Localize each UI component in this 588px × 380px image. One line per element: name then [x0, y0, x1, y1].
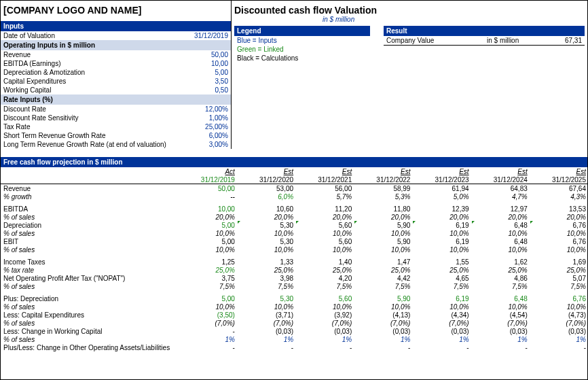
projection-table: Act Est Est Est Est Est Est 31/12/2019 3… [1, 167, 588, 351]
ebitda-value: 10,00 [179, 60, 228, 67]
ebitda-row: EBITDA 10,00 10,6011,2011,8012,3912,9713… [1, 205, 588, 213]
wc-value: 0,50 [179, 86, 228, 94]
lt-growth-label: Long Term Revenue Growth Rate (at end of… [3, 141, 179, 148]
dep-pct-row: % of sales 10,0%10,0%10,0%10,0%10,0%10,0… [1, 229, 588, 237]
discount-rate-label: Discount Rate [3, 105, 179, 113]
col-type-row: Act Est Est Est Est Est Est [1, 167, 588, 175]
discount-rate-value: 12,00% [179, 105, 228, 113]
less-capex-row: Less: Capital Expenditures (3,50) (3,71)… [1, 311, 588, 319]
less-capex-pct-row: % of sales (7,0%)(7,0%)(7,0%)(7,0%)(7,0%… [1, 319, 588, 327]
col-act: Act [179, 167, 238, 175]
top-right-pane: Discounted cash flow Valuation in $ mill… [232, 1, 587, 149]
legend-black: Black = Calculations [234, 54, 370, 63]
col-est: Est [296, 167, 354, 175]
st-growth-value: 6,00% [179, 132, 228, 139]
revenue-value: 50,00 [179, 51, 228, 58]
wc-label: Working Capital [3, 86, 179, 94]
date-label: Date of Valuation [3, 32, 179, 39]
result-header: Result [384, 26, 585, 36]
revenue-label: Revenue [3, 51, 179, 58]
col-date-row: 31/12/2019 31/12/2020 31/12/2021 31/12/2… [1, 175, 588, 184]
col-est: Est [238, 167, 296, 175]
col-date: 31/12/2019 [179, 175, 238, 184]
nopat-row: Net Operating Profit After Tax ("NOPAT")… [1, 274, 588, 282]
result-value: 67,31 [541, 37, 582, 44]
ebit-row: EBIT 5,005,305,605,906,196,486,76 [1, 237, 588, 245]
col-est: Est [413, 167, 471, 175]
col-est: Est [530, 167, 588, 175]
revenue-row: Revenue 50,00 53,0056,0058,9961,9464,836… [1, 184, 588, 193]
operating-inputs-header: Operating Inputs in $ million [1, 40, 231, 50]
lt-growth-value: 3,00% [179, 141, 228, 148]
result-row: Company Value in $ million 67,31 [384, 36, 585, 46]
depreciation-row: Depreciation 5,00 5,305,605,906,196,486,… [1, 221, 588, 229]
legend-green: Green = Linked [234, 45, 370, 54]
date-value: 31/12/2019 [179, 32, 228, 39]
legend-block: Legend Blue = Inputs Green = Linked Blac… [234, 26, 370, 63]
income-tax-row: Income Taxes 1,251,331,401,471,551,621,6… [1, 258, 588, 266]
col-date: 31/12/2025 [530, 175, 588, 184]
ebit-pct-row: % of sales 10,0%10,0%10,0%10,0%10,0%10,0… [1, 245, 588, 254]
rate-inputs-header: Rate Inputs (%) [1, 94, 231, 105]
da-value: 5,00 [179, 69, 228, 76]
col-date: 31/12/2024 [472, 175, 530, 184]
capex-label: Capital Expenditures [3, 77, 179, 85]
company-placeholder: [COMPANY LOGO AND NAME] [1, 1, 231, 17]
sensitivity-label: Discount Rate Sensitivity [3, 114, 179, 122]
ebitda-pct-row: % of sales 20,0%20,0%20,0%20,0%20,0%20,0… [1, 213, 588, 221]
col-date: 31/12/2022 [354, 175, 413, 184]
col-est: Est [354, 167, 413, 175]
document-title: Discounted cash flow Valuation [232, 1, 587, 16]
legend-blue: Blue = Inputs [234, 36, 370, 45]
legend-result-row: Legend Blue = Inputs Green = Linked Blac… [232, 26, 587, 63]
ebitda-label: EBITDA (Earnings) [3, 60, 179, 67]
plus-dep-pct-row: % of sales 10,0%10,0%10,0%10,0%10,0%10,0… [1, 303, 588, 311]
col-date: 31/12/2023 [413, 175, 471, 184]
result-block: Result Company Value in $ million 67,31 [384, 26, 585, 63]
top-section: [COMPANY LOGO AND NAME] Inputs Date of V… [1, 1, 587, 149]
plus-dep-row: Plus: Depreciation 5,00 5,305,605,906,19… [1, 294, 588, 303]
capex-value: 3,50 [179, 77, 228, 85]
document-subtitle: in $ million [232, 16, 587, 26]
less-wc-row: Less: Change in Working Capital -(0,03)(… [1, 327, 588, 335]
sensitivity-value: 1,00% [179, 114, 228, 122]
plus-less-other-row: Plus/Less: Change in Other Operating Ass… [1, 343, 588, 351]
growth-row: % growth -- 6,0%5,7%5,3%5,0%4,7%4,3% [1, 192, 588, 201]
nopat-pct-row: % of sales 7,5%7,5%7,5%7,5%7,5%7,5%7,5% [1, 282, 588, 290]
top-left-pane: [COMPANY LOGO AND NAME] Inputs Date of V… [1, 1, 232, 149]
col-date: 31/12/2021 [296, 175, 354, 184]
result-label: Company Value [386, 37, 487, 44]
projection-section: Free cash flow projection in $ million A… [1, 157, 588, 351]
projection-header: Free cash flow projection in $ million [1, 157, 588, 167]
inputs-header: Inputs [1, 21, 231, 31]
legend-header: Legend [234, 26, 370, 36]
tax-rate-label: Tax Rate [3, 123, 179, 131]
result-unit: in $ million [487, 37, 541, 44]
col-date: 31/12/2020 [238, 175, 296, 184]
da-label: Depreciation & Amotization [3, 69, 179, 76]
col-est: Est [472, 167, 530, 175]
less-wc-pct-row: % of sales 1%1%1%1%1%1%1% [1, 335, 588, 343]
tax-rate-row: % tax rate 25,0%25,0%25,0%25,0%25,0%25,0… [1, 266, 588, 274]
st-growth-label: Short Term Revenue Growth Rate [3, 132, 179, 139]
document-root: [COMPANY LOGO AND NAME] Inputs Date of V… [0, 0, 588, 380]
tax-rate-value: 25,00% [179, 123, 228, 131]
date-of-valuation-row: Date of Valuation 31/12/2019 [1, 31, 231, 40]
